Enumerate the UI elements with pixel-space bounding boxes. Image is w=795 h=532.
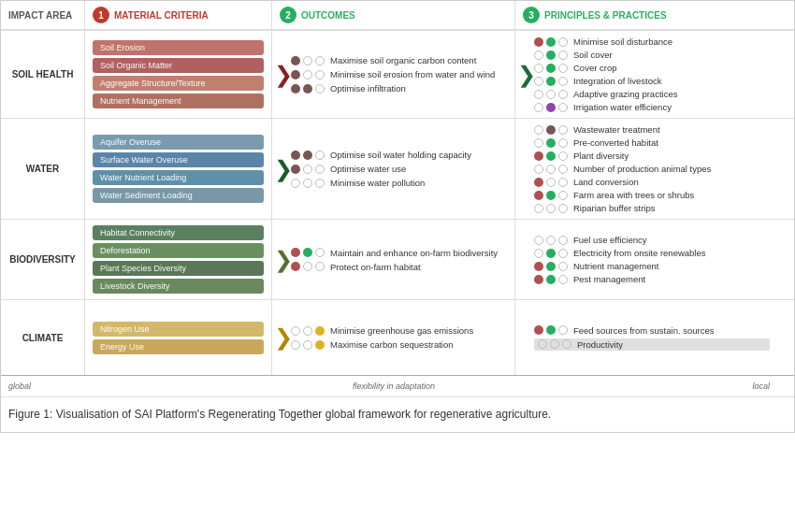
principles-0: ❯Minimise soil disturbanceSoil coverCove… — [515, 31, 777, 118]
section-0: SOIL HEALTHSoil ErosionSoil Organic Matt… — [1, 30, 794, 118]
figure-caption: Figure 1: Visualisation of SAI Platform'… — [1, 396, 794, 432]
step1-badge: 1 — [93, 7, 109, 23]
principles-3: Feed sources from sustain. sourcesProduc… — [515, 300, 777, 375]
footer-flexibility: flexibility in adaptation — [272, 380, 515, 393]
step2-badge: 2 — [280, 7, 296, 23]
impact-1: WATER — [1, 119, 85, 219]
footer-local: local — [515, 380, 777, 393]
footer-global: global — [1, 380, 85, 393]
criteria-3: Nitrogen UseEnergy Use — [85, 300, 272, 375]
criteria-1: Aquifer OveruseSurface Water OveruseWate… — [85, 119, 272, 219]
footer-empty — [85, 380, 272, 393]
principles-1: Wastewater treatmentPre-converted habita… — [515, 119, 777, 219]
header-material: 1 MATERIAL CRITERIA — [85, 1, 272, 29]
principles-2: Fuel use efficiencyElectricity from onsi… — [515, 220, 777, 299]
step3-badge: 3 — [523, 7, 540, 23]
outcomes-0: ❯Maximise soil organic carbon contentMin… — [272, 31, 515, 118]
header-outcomes: 2 OUTCOMES — [272, 1, 515, 29]
section-1: WATERAquifer OveruseSurface Water Overus… — [1, 118, 794, 219]
outcomes-2: ❯Maintain and enhance on-farm biodiversi… — [272, 220, 515, 299]
impact-3: CLIMATE — [1, 300, 85, 375]
impact-0: SOIL HEALTH — [1, 31, 85, 118]
outcomes-3: ❯Minimise greenhouse gas emissionsMaximi… — [272, 300, 515, 375]
impact-2: BIODIVERSITY — [1, 220, 85, 299]
criteria-0: Soil ErosionSoil Organic MatterAggregate… — [85, 31, 272, 118]
header-impact: IMPACT AREA — [1, 1, 85, 29]
header-row: IMPACT AREA 1 MATERIAL CRITERIA 2 OUTCOM… — [1, 1, 794, 30]
main-container: IMPACT AREA 1 MATERIAL CRITERIA 2 OUTCOM… — [0, 0, 795, 433]
footer-row: global flexibility in adaptation local — [1, 375, 794, 396]
outcomes-1: ❯Optimise soil water holding capacityOpt… — [272, 119, 515, 219]
criteria-2: Habitat ConnectivityDeforestationPlant S… — [85, 220, 272, 299]
header-principles: 3 PRINCIPLES & PRACTICES — [515, 1, 777, 29]
sections-container: SOIL HEALTHSoil ErosionSoil Organic Matt… — [1, 30, 794, 375]
section-3: CLIMATENitrogen UseEnergy Use❯Minimise g… — [1, 299, 794, 375]
section-2: BIODIVERSITYHabitat ConnectivityDeforest… — [1, 219, 794, 299]
